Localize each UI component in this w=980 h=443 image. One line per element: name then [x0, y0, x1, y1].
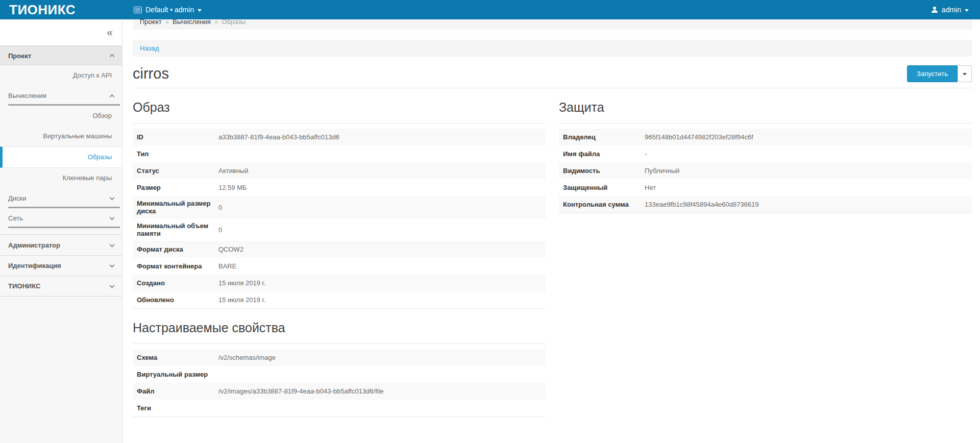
detail-label: ID [137, 130, 218, 144]
caret-down-icon [965, 9, 969, 12]
sidebar-dashboard[interactable]: Администратор [0, 235, 122, 255]
caret-down-icon [963, 73, 967, 76]
detail-value: 15 июля 2019 г. [218, 292, 265, 307]
detail-label: Формат контейнера [137, 259, 218, 274]
detail-row: Минимальный размер диска0 [133, 196, 546, 218]
image-detail-table: IDa33b3887-81f9-4eaa-b043-bb5affc013d6Ти… [133, 129, 546, 309]
detail-row: Схема/v2/schemas/image [133, 349, 546, 366]
sidebar-item[interactable]: Ключевые пары [0, 168, 122, 188]
sidebar-item[interactable]: Обзор [0, 106, 122, 126]
dashboard-label: ТИОНИКС [8, 282, 40, 290]
chevron-down-icon [110, 215, 115, 220]
user-menu[interactable]: admin [931, 6, 969, 14]
detail-value: /v2/images/a33b3887-81f9-4eaa-b043-bb5af… [218, 384, 384, 399]
sidebar-group[interactable]: Диски [0, 188, 122, 208]
detail-label: Формат диска [137, 242, 218, 257]
image-section: Образ IDa33b3887-81f9-4eaa-b043-bb5affc0… [133, 88, 546, 309]
chevron-down-icon [110, 263, 115, 268]
launch-dropdown-toggle[interactable] [958, 65, 972, 82]
chevron-down-icon [110, 195, 115, 201]
context-switcher-label: Default • admin [145, 6, 194, 14]
projects-icon [134, 7, 142, 13]
detail-row: Тип [133, 145, 546, 162]
chevron-up-icon [110, 54, 115, 59]
back-bar: Назад [133, 40, 972, 57]
detail-value: 15 июля 2019 г. [218, 276, 265, 290]
chevron-down-icon [110, 242, 115, 247]
detail-value: Активный [218, 163, 248, 178]
custom-properties-detail-table: Схема/v2/schemas/imageВиртуальный размер… [133, 349, 546, 417]
sidebar: « Проект Доступ к APIВычисленияОбзорВирт… [0, 19, 122, 443]
section-title-security: Защита [559, 100, 972, 115]
detail-row: Обновлено15 июля 2019 г. [133, 291, 546, 308]
sidebar-item-active[interactable]: Образы [0, 146, 122, 168]
sidebar-dashboard[interactable]: ТИОНИКС [0, 276, 122, 296]
detail-label: Имя файла [563, 146, 645, 161]
detail-row: Владелец965f148b01d4474982f203ef28f94c6f [559, 129, 972, 145]
detail-row: Размер12.59 МБ [133, 179, 546, 196]
detail-label: Видимость [563, 163, 645, 178]
section-divider [133, 123, 546, 124]
security-section: Защита Владелец965f148b01d4474982f203ef2… [559, 88, 972, 309]
detail-label: Создано [137, 276, 218, 290]
context-switcher[interactable]: Default • admin [134, 6, 202, 14]
sidebar-group-label: Диски [8, 194, 27, 202]
detail-row: Создано15 июля 2019 г. [133, 275, 546, 291]
main-content: Проект»Вычисления»Образы Назад cirros За… [122, 0, 980, 417]
detail-value: /v2/schemas/image [218, 350, 276, 365]
detail-value: Публичный [645, 163, 679, 178]
sidebar-dashboard-project[interactable]: Проект [0, 46, 122, 65]
section-title-image: Образ [133, 100, 546, 115]
detail-value: 0 [218, 223, 222, 237]
detail-value: - [645, 146, 647, 161]
detail-row: ЗащищенныйНет [559, 179, 972, 196]
chevron-down-icon [110, 283, 115, 288]
detail-row: Теги [133, 400, 546, 416]
user-menu-label: admin [942, 6, 961, 14]
sidebar-group[interactable]: Сеть [0, 208, 122, 228]
sidebar-dashboard[interactable]: Идентификация [0, 255, 122, 276]
detail-row: СтатусАктивный [133, 162, 546, 179]
group-underline [8, 227, 120, 228]
sidebar-group[interactable]: Вычисления [0, 86, 122, 106]
detail-row: IDa33b3887-81f9-4eaa-b043-bb5affc013d6 [133, 129, 546, 145]
detail-value: a33b3887-81f9-4eaa-b043-bb5affc013d6 [218, 130, 339, 144]
launch-button[interactable]: Запустить [907, 65, 958, 82]
section-divider [559, 123, 972, 124]
detail-row: Формат дискаQCOW2 [133, 241, 546, 258]
page-header: cirros Запустить [133, 64, 972, 83]
detail-label: Тип [137, 146, 218, 161]
detail-value: 133eae9fb1c98f45894a4e60d8736619 [645, 197, 758, 212]
detail-value: BARE [218, 259, 236, 274]
detail-row: Контрольная сумма133eae9fb1c98f45894a4e6… [559, 196, 972, 213]
dashboard-label: Идентификация [8, 262, 61, 269]
sidebar-collapse-button[interactable]: « [107, 19, 113, 45]
launch-button-group: Запустить [907, 65, 972, 82]
top-navbar: ТИОНИКС Default • admin admin [0, 0, 980, 19]
security-detail-table: Владелец965f148b01d4474982f203ef28f94c6f… [559, 129, 972, 213]
double-chevron-left-icon: « [107, 26, 113, 38]
detail-value: Нет [645, 180, 656, 195]
sidebar-item[interactable]: Доступ к API [0, 65, 122, 86]
detail-label: Размер [137, 180, 218, 195]
user-icon [931, 6, 938, 13]
detail-label: Статус [137, 163, 218, 178]
sidebar-group-header: Вычисления [8, 92, 114, 100]
sidebar-group-label: Сеть [8, 214, 23, 222]
detail-label: Владелец [563, 130, 645, 144]
detail-row: Минимальный объем памяти0 [133, 218, 546, 241]
sidebar-group-header: Диски [8, 194, 114, 202]
page-title: cirros [133, 64, 169, 83]
sidebar-group-header: Сеть [8, 214, 114, 222]
detail-row: Виртуальный размер [133, 366, 546, 383]
sidebar-item[interactable]: Виртуальные машины [0, 126, 122, 146]
brand-logo[interactable]: ТИОНИКС [0, 0, 122, 19]
detail-row: Файл/v2/images/a33b3887-81f9-4eaa-b043-b… [133, 383, 546, 400]
detail-label: Защищенный [563, 180, 645, 195]
detail-label: Минимальный размер диска [137, 196, 218, 218]
sidebar-group-label: Вычисления [8, 92, 46, 100]
back-link[interactable]: Назад [140, 44, 159, 52]
detail-label: Схема [137, 350, 218, 365]
custom-properties-section: Настраиваемые свойства Схема/v2/schemas/… [133, 309, 546, 417]
detail-label: Обновлено [137, 292, 218, 307]
